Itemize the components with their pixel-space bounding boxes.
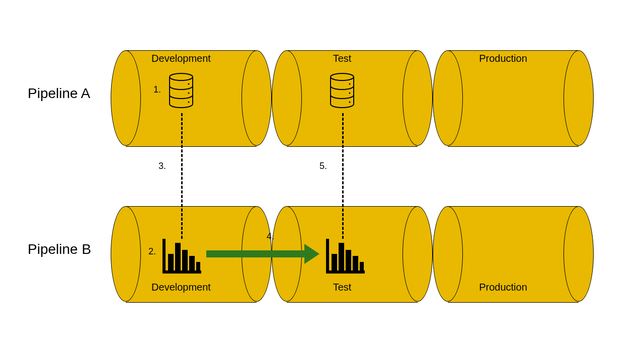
svg-rect-11 bbox=[175, 243, 181, 270]
svg-rect-12 bbox=[182, 250, 188, 270]
deploy-arrow bbox=[206, 244, 319, 264]
stage-a-test-label: Test bbox=[333, 53, 352, 64]
svg-rect-10 bbox=[168, 254, 174, 270]
svg-point-1 bbox=[188, 83, 190, 85]
pipeline-b-label: Pipeline B bbox=[28, 241, 91, 257]
svg-point-3 bbox=[188, 102, 190, 103]
stage-b-prod-label: Production bbox=[479, 282, 527, 293]
bar-chart-icon bbox=[325, 239, 365, 274]
svg-rect-13 bbox=[189, 256, 195, 270]
svg-point-2 bbox=[188, 93, 190, 94]
step-3-label: 3. bbox=[158, 161, 166, 171]
database-icon bbox=[169, 73, 194, 108]
stage-a-dev-label: Development bbox=[151, 53, 211, 64]
svg-point-0 bbox=[170, 73, 193, 80]
svg-rect-17 bbox=[332, 254, 337, 270]
svg-rect-21 bbox=[360, 262, 364, 270]
svg-point-5 bbox=[349, 83, 351, 85]
stage-a-prod-label: Production bbox=[479, 53, 527, 64]
svg-rect-22 bbox=[206, 250, 304, 257]
cylinder-a-prod bbox=[433, 50, 594, 146]
step-5-label: 5. bbox=[319, 161, 327, 171]
svg-point-6 bbox=[349, 93, 351, 94]
svg-rect-18 bbox=[339, 243, 344, 270]
connector-dev-dashed bbox=[181, 113, 183, 239]
svg-rect-19 bbox=[346, 250, 351, 270]
bar-chart-icon bbox=[161, 239, 201, 274]
svg-point-4 bbox=[331, 73, 354, 80]
stage-b-test-label: Test bbox=[333, 282, 352, 293]
connector-test-dashed bbox=[342, 113, 344, 239]
stage-b-dev-label: Development bbox=[151, 282, 211, 293]
svg-marker-23 bbox=[304, 244, 319, 264]
svg-rect-20 bbox=[353, 256, 358, 270]
step-4-label: 4. bbox=[267, 231, 274, 242]
svg-point-7 bbox=[349, 102, 351, 103]
database-icon bbox=[330, 73, 355, 108]
step-1-label: 1. bbox=[153, 84, 161, 95]
pipeline-a-label: Pipeline A bbox=[28, 85, 91, 102]
step-2-label: 2. bbox=[148, 246, 156, 257]
svg-rect-14 bbox=[196, 262, 200, 270]
